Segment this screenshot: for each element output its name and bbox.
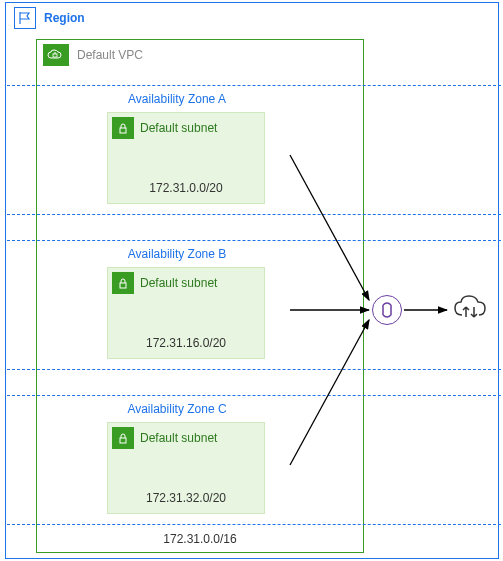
az-label: Availability Zone A [77, 86, 277, 106]
subnet-b: Default subnet 172.31.16.0/20 [107, 267, 265, 359]
az-label: Availability Zone C [77, 396, 277, 416]
subnet-cidr: 172.31.0.0/20 [108, 181, 264, 195]
cloud-lock-icon [43, 44, 69, 66]
availability-zone-a: Availability Zone A Default subnet 172.3… [7, 85, 501, 215]
subnet-header: Default subnet [108, 113, 264, 143]
svg-rect-3 [120, 438, 126, 443]
availability-zone-c: Availability Zone C Default subnet 172.3… [7, 395, 501, 525]
flag-icon [14, 7, 36, 29]
lock-icon [112, 272, 134, 294]
subnet-header: Default subnet [108, 423, 264, 453]
vpc-header: Default VPC [37, 40, 363, 70]
az-label: Availability Zone B [77, 241, 277, 261]
subnet-a: Default subnet 172.31.0.0/20 [107, 112, 265, 204]
subnet-label: Default subnet [140, 121, 217, 135]
subnet-label: Default subnet [140, 431, 217, 445]
svg-rect-2 [120, 283, 126, 288]
internet-cloud-icon [452, 293, 490, 325]
svg-rect-0 [53, 54, 57, 57]
subnet-c: Default subnet 172.31.32.0/20 [107, 422, 265, 514]
subnet-cidr: 172.31.16.0/20 [108, 336, 264, 350]
subnet-cidr: 172.31.32.0/20 [108, 491, 264, 505]
svg-rect-1 [120, 128, 126, 133]
internet-gateway-icon [372, 295, 402, 325]
subnet-label: Default subnet [140, 276, 217, 290]
lock-icon [112, 117, 134, 139]
lock-icon [112, 427, 134, 449]
region-label: Region [44, 11, 85, 25]
region-container: Region Default VPC Availability Zone A [5, 2, 499, 559]
region-header: Region [6, 3, 498, 33]
vpc-cidr: 172.31.0.0/16 [37, 532, 363, 546]
vpc-label: Default VPC [77, 48, 143, 62]
subnet-header: Default subnet [108, 268, 264, 298]
availability-zone-b: Availability Zone B Default subnet 172.3… [7, 240, 501, 370]
vpc-container: Default VPC Availability Zone A Default … [36, 39, 364, 553]
